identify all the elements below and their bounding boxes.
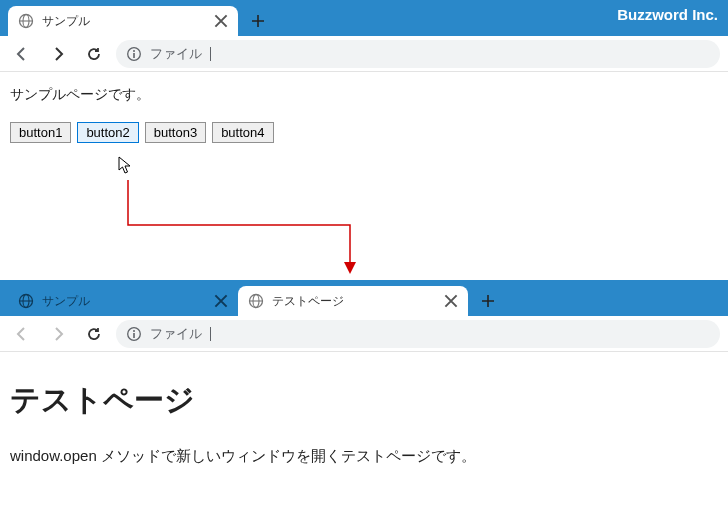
back-button[interactable]: [8, 320, 36, 348]
toolbar: ファイル: [0, 36, 728, 72]
tab-title: サンプル: [42, 293, 206, 310]
toolbar: ファイル: [0, 316, 728, 352]
svg-point-4: [133, 50, 135, 52]
globe-icon: [18, 293, 34, 309]
forward-button[interactable]: [44, 40, 72, 68]
address-caret: [210, 47, 211, 61]
page-content: サンプルページです。 button1 button2 button3 butto…: [0, 72, 728, 157]
tab-sample-bg[interactable]: サンプル: [8, 286, 238, 316]
new-tab-button[interactable]: [474, 287, 502, 315]
browser-window-bottom: サンプル テストページ: [0, 280, 728, 520]
address-text: ファイル: [150, 45, 202, 63]
tab-strip: サンプル テストページ: [0, 280, 728, 316]
button-4[interactable]: button4: [212, 122, 273, 143]
svg-point-13: [133, 330, 135, 332]
button-row: button1 button2 button3 button4: [10, 122, 718, 143]
page-content: テストページ window.open メソッドで新しいウィンドウを開くテストペー…: [0, 352, 728, 498]
address-text: ファイル: [150, 325, 202, 343]
tab-sample[interactable]: サンプル: [8, 6, 238, 36]
watermark-text: Buzzword Inc.: [617, 6, 718, 23]
button-2[interactable]: button2: [77, 122, 138, 143]
tab-testpage[interactable]: テストページ: [238, 286, 468, 316]
back-button[interactable]: [8, 40, 36, 68]
globe-icon: [248, 293, 264, 309]
browser-window-top: サンプル ファイル サンプルページです。 button1: [0, 0, 728, 280]
page-heading: テストページ: [10, 380, 718, 421]
tab-title: サンプル: [42, 13, 206, 30]
svg-rect-5: [133, 53, 135, 58]
button-3[interactable]: button3: [145, 122, 206, 143]
intro-text: サンプルページです。: [10, 86, 718, 104]
globe-icon: [18, 13, 34, 29]
info-icon: [126, 326, 142, 342]
address-bar[interactable]: ファイル: [116, 40, 720, 68]
address-bar[interactable]: ファイル: [116, 320, 720, 348]
info-icon: [126, 46, 142, 62]
reload-button[interactable]: [80, 320, 108, 348]
new-tab-button[interactable]: [244, 7, 272, 35]
mouse-cursor-icon: [118, 156, 134, 176]
button-1[interactable]: button1: [10, 122, 71, 143]
tab-title: テストページ: [272, 293, 436, 310]
tab-close-button[interactable]: [444, 294, 458, 308]
tab-close-button[interactable]: [214, 14, 228, 28]
address-caret: [210, 327, 211, 341]
svg-rect-14: [133, 333, 135, 338]
page-body-text: window.open メソッドで新しいウィンドウを開くテストページです。: [10, 447, 718, 466]
forward-button[interactable]: [44, 320, 72, 348]
tab-close-button[interactable]: [214, 294, 228, 308]
reload-button[interactable]: [80, 40, 108, 68]
